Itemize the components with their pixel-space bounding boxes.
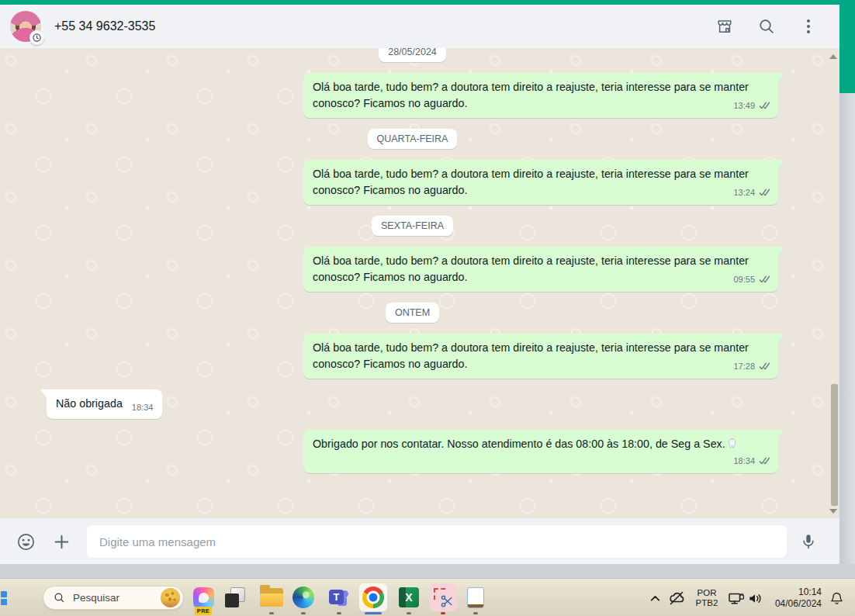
delivered-checks-icon [757, 102, 770, 110]
clock-icon [32, 33, 42, 43]
volume-icon[interactable] [746, 580, 764, 616]
clock[interactable]: 10:14 04/06/2024 [775, 580, 822, 616]
taskbar-search[interactable]: Pesquisar [43, 586, 184, 610]
chrome-icon[interactable] [359, 583, 387, 611]
chat-message-list: 28/05/2024Olá boa tarde, tudo bem? a dou… [0, 48, 839, 518]
bottom-strip [0, 564, 855, 579]
scroll-up-arrow[interactable] [829, 54, 837, 59]
edge-icon[interactable] [289, 583, 317, 611]
scroll-down-arrow[interactable] [829, 509, 837, 514]
message-outgoing[interactable]: Olá boa tarde, tudo bem? a doutora tem d… [303, 334, 778, 379]
mic-icon[interactable] [799, 532, 818, 551]
scrollbar-thumb[interactable] [831, 384, 838, 506]
attach-plus-icon[interactable] [52, 532, 71, 552]
start-button-partial[interactable] [0, 591, 7, 605]
language-indicator[interactable]: POR PTB2 [691, 580, 722, 616]
network-icon[interactable] [727, 580, 746, 616]
cheese-icon[interactable] [161, 588, 180, 607]
taskbar-search-label: Pesquisar [73, 592, 119, 604]
notepad-icon[interactable] [462, 583, 490, 611]
onedrive-off-icon[interactable] [667, 580, 686, 616]
notification-bell-icon[interactable] [829, 580, 845, 616]
tray-chevron-icon[interactable] [649, 580, 662, 616]
contact-phone[interactable]: +55 34 9632-3535 [54, 19, 155, 33]
search-icon[interactable] [757, 17, 776, 36]
date-divider: ONTEM [386, 303, 439, 323]
delivered-checks-icon [757, 189, 770, 197]
storefront-icon[interactable] [715, 17, 734, 36]
file-explorer-icon[interactable] [258, 583, 286, 611]
emoji-icon[interactable] [16, 531, 36, 552]
delivered-checks-icon [757, 457, 770, 465]
tooth-emoji [727, 438, 739, 449]
contact-avatar[interactable] [10, 11, 41, 42]
snipping-tool-icon[interactable] [429, 583, 457, 611]
message-incoming[interactable]: Não obrigada18:34 [47, 389, 162, 419]
delivered-checks-icon [757, 275, 770, 284]
gutter-teal [839, 5, 855, 93]
message-input[interactable] [87, 525, 787, 558]
window-right-gutter [839, 5, 855, 564]
whatsapp-window: +55 34 9632-3535 28/05/2024Olá boa tarde… [0, 5, 839, 565]
message-outgoing[interactable]: Obrigado por nos contatar. Nosso atendim… [303, 430, 778, 473]
gutter-gray [839, 93, 855, 564]
chat-area: 28/05/2024Olá boa tarde, tudo bem? a dou… [0, 48, 839, 518]
taskbar-search-icon [53, 591, 66, 604]
date-divider: 28/05/2024 [379, 48, 446, 62]
teams-icon[interactable]: T [325, 583, 353, 611]
clock-time: 10:14 [798, 587, 822, 598]
date-divider: QUARTA-FEIRA [368, 129, 458, 149]
chat-header: +55 34 9632-3535 [0, 5, 839, 48]
excel-icon[interactable]: X [395, 583, 423, 611]
date-divider: SEXTA-FEIRA [372, 216, 453, 236]
taskbar: Pesquisar PRE T X [0, 579, 855, 616]
screen: +55 34 9632-3535 28/05/2024Olá boa tarde… [0, 0, 855, 616]
composer [0, 518, 839, 565]
clock-date: 04/06/2024 [775, 598, 822, 610]
copilot-pre-badge: PRE [195, 607, 212, 615]
copilot-icon[interactable]: PRE [189, 583, 217, 611]
kebab-menu-icon[interactable] [799, 19, 818, 33]
avatar-status-badge [29, 30, 44, 45]
message-outgoing[interactable]: Olá boa tarde, tudo bem? a doutora tem d… [303, 73, 778, 118]
delivered-checks-icon [757, 362, 770, 371]
task-view-icon[interactable] [221, 583, 249, 611]
message-outgoing[interactable]: Olá boa tarde, tudo bem? a doutora tem d… [303, 160, 778, 205]
message-outgoing[interactable]: Olá boa tarde, tudo bem? a doutora tem d… [303, 247, 778, 292]
